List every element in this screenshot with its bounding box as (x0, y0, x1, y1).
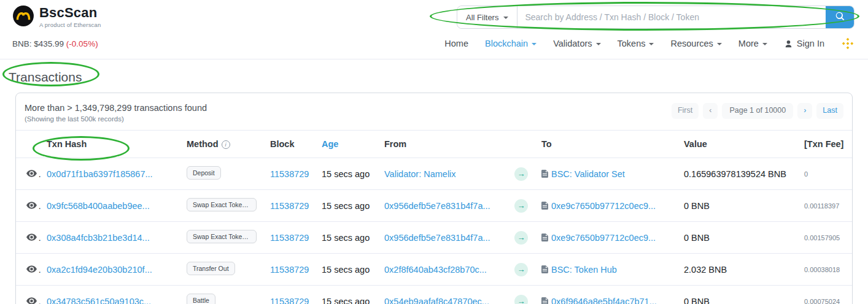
transactions-table: Txn Hash Method Block Age From To Value … (16, 130, 852, 304)
from-address-link[interactable]: 0x956defb5e7e831b4f7a... (384, 233, 490, 243)
nav-item-blockchain[interactable]: Blockchain (485, 39, 537, 48)
pagination-last-button[interactable]: Last (816, 103, 843, 119)
method-badge: Swap Exact Token... (187, 230, 257, 243)
from-address-link[interactable]: 0x956defb5e7e831b4f7a... (384, 201, 490, 211)
table-row: 0x9fc568b400aabeb9ee... Swap Exact Token… (16, 190, 852, 222)
block-link[interactable]: 11538729 (270, 201, 309, 211)
from-address-link[interactable]: 0x54eb9aafaf8c47870ec... (384, 297, 489, 304)
txn-hash-link[interactable]: 0x0d71f1ba6397f185867... (47, 169, 153, 179)
age-text: 15 secs ago (322, 265, 370, 275)
all-filters-dropdown[interactable]: All Filters (457, 6, 517, 28)
block-link[interactable]: 11538729 (270, 169, 309, 179)
txn-hash-link[interactable]: 0xa2c1fd94e20b30b210f... (47, 265, 152, 275)
value-text: 2.032 BNB (684, 265, 727, 275)
pagination: First ‹ Page 1 of 10000 › Last (672, 103, 843, 119)
nav-item-validators[interactable]: Validators (553, 39, 600, 48)
search-button[interactable] (826, 6, 854, 28)
search-bar: All Filters (457, 6, 854, 29)
header-age[interactable]: Age (317, 131, 379, 158)
table-row: 0xa2c1fd94e20b30b210f... Transfer Out 11… (16, 254, 852, 286)
direction-arrow-icon (514, 263, 528, 276)
txn-fee-text: 0.00118397 (804, 202, 839, 210)
to-address-link[interactable]: BSC: Validator Set (551, 169, 625, 179)
preview-eye-button[interactable] (25, 169, 38, 178)
summary: More than > 1,349,798,299 transactions f… (25, 103, 207, 123)
binance-icon[interactable] (841, 37, 854, 50)
nav-item-sign-in[interactable]: Sign In (784, 39, 824, 48)
contract-icon (541, 234, 548, 241)
block-link[interactable]: 11538729 (270, 233, 309, 243)
txn-hash-link[interactable]: 0x9fc568b400aabeb9ee... (47, 201, 150, 211)
chevron-down-icon (503, 17, 508, 19)
preview-eye-button[interactable] (25, 232, 38, 242)
header-block: Block (265, 131, 317, 158)
table-row: 0x0d71f1ba6397f185867... Deposit 1153872… (16, 158, 852, 190)
search-input[interactable] (517, 6, 826, 28)
logo-subtitle: A product of Etherscan (39, 21, 101, 28)
to-address-link[interactable]: 0xe9c7650b97712c0ec9... (551, 201, 656, 211)
nav-item-home[interactable]: Home (444, 39, 468, 48)
nav-item-resources[interactable]: Resources (670, 39, 721, 48)
header-nav-row: BNB: $435.99 (-0.05%) HomeBlockchainVali… (12, 29, 854, 59)
direction-arrow-icon (514, 231, 528, 245)
header: BscScan A product of Etherscan All Filte… (0, 0, 868, 59)
header-value: Value (679, 131, 799, 158)
value-text: 0 BNB (684, 201, 710, 211)
to-address-link[interactable]: 0xe9c7650b97712c0ec9... (551, 233, 656, 243)
age-text: 15 secs ago (322, 201, 370, 211)
preview-eye-button[interactable] (25, 296, 38, 304)
to-address-link[interactable]: BSC: Token Hub (551, 265, 617, 275)
header-txn-fee: [Txn Fee] (799, 131, 852, 158)
value-text: 0 BNB (684, 233, 710, 243)
from-address-link[interactable]: 0x2f8f640ab43cf28b70c... (384, 265, 487, 275)
txn-fee-text: 0 (804, 170, 808, 178)
nav-item-label: Validators (553, 39, 592, 48)
bnb-price-label: BNB: (12, 39, 32, 48)
pagination-next-button[interactable]: › (797, 103, 812, 119)
header-top-row: BscScan A product of Etherscan All Filte… (12, 0, 854, 29)
preview-eye-button[interactable] (25, 264, 38, 274)
bscscan-logo-icon (12, 5, 34, 29)
header-method: Method (182, 131, 265, 158)
value-text: 0.165963978139524 BNB (684, 169, 786, 179)
to-address-link[interactable]: 0x6f9646a8e5bf4ac7b71... (551, 297, 657, 304)
table-header-row: Txn Hash Method Block Age From To Value … (16, 131, 852, 158)
method-badge: Swap Exact Token... (187, 198, 257, 211)
main-content: Transactions More than > 1,349,798,299 t… (0, 70, 868, 304)
pagination-prev-button[interactable]: ‹ (703, 103, 718, 119)
person-icon (784, 39, 793, 48)
txn-hash-link[interactable]: 0x308a4fcb3b21be3d14... (47, 233, 150, 243)
magnifier-icon (835, 12, 845, 23)
txn-fee-text: 0.00038018 (804, 266, 840, 273)
header-from: From (379, 131, 510, 158)
chevron-down-icon (532, 43, 537, 45)
pagination-first-button[interactable]: First (672, 103, 699, 119)
bnb-price-change: (-0.05%) (66, 39, 98, 48)
method-info-icon[interactable] (222, 140, 230, 149)
age-text: 15 secs ago (322, 233, 370, 243)
header-direction (510, 131, 537, 158)
preview-eye-button[interactable] (25, 200, 38, 210)
transactions-card: More than > 1,349,798,299 transactions f… (15, 93, 853, 304)
all-filters-label: All Filters (466, 13, 498, 22)
nav-item-label: Sign In (797, 39, 824, 48)
logo-title: BscScan (39, 6, 101, 20)
txn-fee-text: 0.00157905 (804, 234, 840, 241)
from-address-link[interactable]: Validator: Namelix (384, 169, 456, 179)
contract-icon (541, 297, 548, 304)
nav-area: HomeBlockchainValidatorsTokensResourcesM… (444, 37, 854, 50)
bnb-price[interactable]: BNB: $435.99 (-0.05%) (12, 39, 98, 48)
method-badge: Deposit (187, 166, 221, 180)
txn-hash-link[interactable]: 0x34783c561c50a9103c... (47, 297, 151, 304)
method-badge: Transfer Out (187, 262, 235, 275)
block-link[interactable]: 11538729 (270, 265, 309, 275)
chevron-down-icon (649, 43, 654, 45)
table-row: 0x308a4fcb3b21be3d14... Swap Exact Token… (16, 222, 852, 254)
bscscan-logo[interactable]: BscScan A product of Etherscan (12, 5, 101, 29)
nav-item-label: More (738, 39, 759, 48)
nav-item-more[interactable]: More (738, 39, 767, 48)
direction-arrow-icon (514, 199, 528, 213)
block-link[interactable]: 11538729 (270, 297, 309, 304)
nav-item-tokens[interactable]: Tokens (618, 39, 654, 48)
nav-item-label: Tokens (618, 39, 646, 48)
